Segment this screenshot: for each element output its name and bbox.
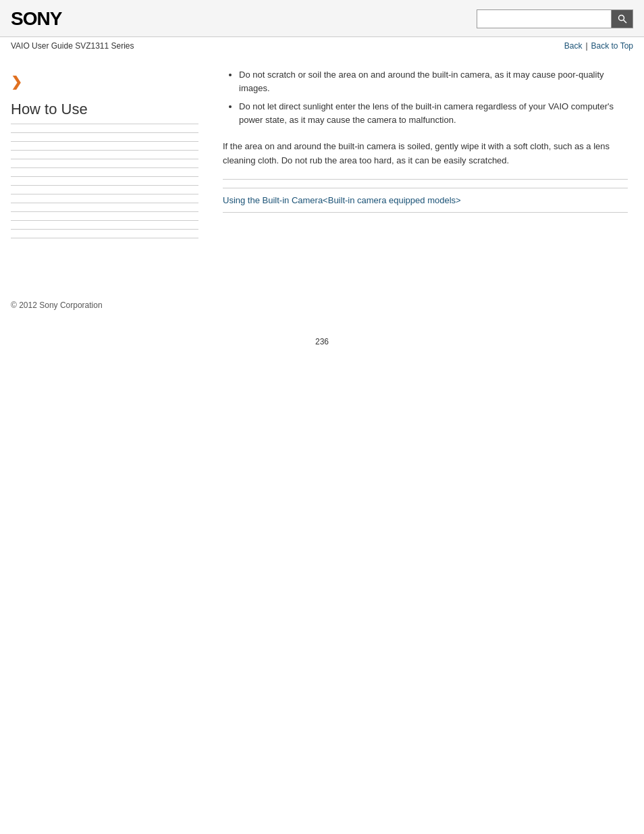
sidebar-item-line-10 [11,211,198,212]
search-button[interactable] [612,9,633,28]
back-to-top-link[interactable]: Back to Top [591,41,633,51]
svg-point-0 [618,16,624,21]
search-area [477,9,633,28]
sidebar-item-line-2 [11,141,198,142]
built-in-camera-link[interactable]: Using the Built-in Camera<Built-in camer… [223,195,461,205]
sony-logo: SONY [11,8,61,30]
sidebar-item-line-4 [11,159,198,159]
guide-title: VAIO User Guide SVZ1311 Series [11,41,134,51]
sidebar-item-line-13 [11,238,198,238]
sidebar-item-line-5 [11,167,198,168]
nav-bar: VAIO User Guide SVZ1311 Series Back | Ba… [0,37,644,55]
nav-links: Back | Back to Top [564,41,633,51]
page-footer: © 2012 Sony Corporation [0,287,644,323]
sidebar-item-line-6 [11,176,198,177]
content-paragraph: If the area on and around the built-in c… [223,140,628,168]
main-container: ❯ How to Use Do not scratch or soil the … [0,55,644,260]
sidebar-item-line-8 [11,194,198,194]
sidebar-item-line-3 [11,150,198,151]
bullet-list: Do not scratch or soil the area on and a… [223,68,628,126]
bullet-item-2: Do not let direct sunlight enter the len… [239,100,628,126]
sidebar-item-line-12 [11,229,198,230]
bullet-section: Do not scratch or soil the area on and a… [223,68,628,126]
page-header: SONY [0,0,644,37]
sidebar: ❯ How to Use [0,55,209,260]
bullet-item-1: Do not scratch or soil the area on and a… [239,68,628,95]
sidebar-item-line-11 [11,220,198,221]
back-link[interactable]: Back [564,41,583,51]
nav-separator: | [585,41,587,51]
search-icon [618,14,627,24]
page-number: 236 [0,323,644,353]
sidebar-item-line-9 [11,203,198,203]
sidebar-chevron-icon: ❯ [11,74,198,90]
sidebar-item-line-1 [11,132,198,133]
sidebar-item-line-7 [11,185,198,186]
how-to-use-title: How to Use [11,101,198,124]
link-section: Using the Built-in Camera<Built-in camer… [223,188,628,213]
copyright-text: © 2012 Sony Corporation [11,301,103,310]
content-area: Do not scratch or soil the area on and a… [209,55,644,260]
search-input[interactable] [477,9,612,28]
svg-line-1 [623,20,626,24]
sidebar-items [11,132,198,238]
content-divider-1 [223,179,628,180]
